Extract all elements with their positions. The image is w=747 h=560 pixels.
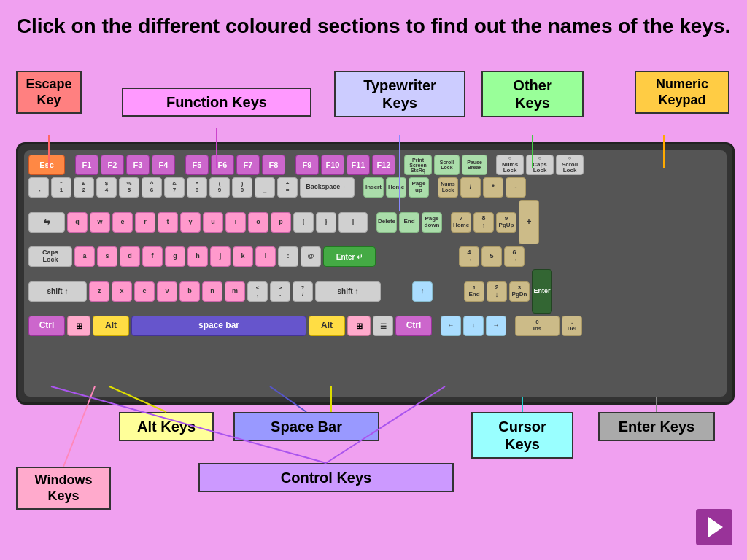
key-tab[interactable]: ⇆ (28, 212, 65, 233)
key-alt-right[interactable]: Alt (309, 316, 345, 336)
key-a[interactable]: a (74, 246, 95, 267)
key-equals[interactable]: += (277, 177, 298, 198)
key-capslock-indicator[interactable]: ○CapsLock (526, 155, 554, 175)
key-5[interactable]: ^6 (142, 177, 162, 198)
key-g[interactable]: g (165, 246, 185, 267)
key-printscreen[interactable]: PrintScreenStsRq (404, 155, 432, 175)
key-k[interactable]: k (233, 246, 253, 267)
key-rbracket[interactable]: } (316, 212, 336, 233)
label-altkeys[interactable]: Alt Keys (119, 412, 214, 441)
key-backtick[interactable]: -¬ (28, 177, 49, 198)
key-h[interactable]: h (187, 246, 208, 267)
key-s[interactable]: s (97, 246, 117, 267)
key-numsub[interactable]: - (506, 177, 526, 198)
key-i[interactable]: i (225, 212, 246, 233)
key-numplus[interactable]: + (519, 200, 539, 244)
key-pageup[interactable]: Pageup (409, 177, 429, 198)
key-home[interactable]: Home (386, 177, 406, 198)
key-l[interactable]: l (255, 246, 276, 267)
key-num4[interactable]: 4→ (459, 246, 479, 267)
key-f[interactable]: f (142, 246, 163, 267)
key-d[interactable]: d (120, 246, 140, 267)
label-enter[interactable]: Enter Keys (598, 412, 715, 441)
key-y[interactable]: y (180, 212, 201, 233)
key-numslock-indicator[interactable]: ○NumsLock (496, 155, 524, 175)
key-right[interactable]: → (486, 316, 506, 336)
key-alt-left[interactable]: Alt (93, 316, 129, 336)
key-down[interactable]: ↓ (463, 316, 484, 336)
key-f9[interactable]: F9 (295, 155, 319, 175)
key-menu[interactable]: ☰ (373, 316, 393, 336)
key-1[interactable]: "1 (51, 177, 71, 198)
key-f6[interactable]: F6 (211, 155, 234, 175)
key-e[interactable]: e (112, 212, 133, 233)
key-semicolon[interactable]: : (278, 246, 298, 267)
key-f5[interactable]: F5 (185, 155, 209, 175)
key-num0[interactable]: 0Ins (515, 316, 560, 336)
key-comma[interactable]: <, (247, 281, 268, 302)
key-insert[interactable]: Insert (363, 177, 384, 198)
key-r[interactable]: r (135, 212, 155, 233)
key-shift-left[interactable]: shift ↑ (28, 281, 87, 302)
key-3[interactable]: $4 (96, 177, 117, 198)
play-button[interactable] (696, 509, 732, 545)
key-esc[interactable]: Esc (28, 155, 65, 175)
key-v[interactable]: v (157, 281, 177, 302)
key-numenter[interactable]: Enter (532, 269, 552, 314)
key-2[interactable]: £2 (74, 177, 94, 198)
key-t[interactable]: t (158, 212, 178, 233)
key-q[interactable]: q (67, 212, 88, 233)
key-end[interactable]: End (399, 212, 419, 233)
key-9[interactable]: )0 (232, 177, 252, 198)
label-spacebar[interactable]: Space Bar (233, 412, 379, 441)
key-p[interactable]: p (271, 212, 291, 233)
key-f1[interactable]: F1 (75, 155, 98, 175)
label-numeric[interactable]: NumericKeypad (635, 71, 729, 114)
key-num1[interactable]: 1End (464, 281, 484, 302)
key-numlock[interactable]: NumsLock (438, 177, 458, 198)
key-windows-right[interactable]: ⊞ (347, 316, 371, 336)
key-backslash[interactable]: | (338, 212, 368, 233)
key-f2[interactable]: F2 (101, 155, 124, 175)
key-space[interactable]: space bar (131, 316, 306, 336)
key-num5[interactable]: 5 (481, 246, 502, 267)
key-8[interactable]: (9 (209, 177, 230, 198)
label-windows[interactable]: WindowsKeys (16, 467, 111, 510)
key-delete[interactable]: Delete (376, 212, 397, 233)
key-scrolllock-indicator[interactable]: ○ScrollLock (556, 155, 584, 175)
key-up[interactable]: ↑ (412, 281, 433, 302)
key-enter[interactable]: Enter ↵ (323, 246, 376, 267)
key-f3[interactable]: F3 (126, 155, 150, 175)
key-quote[interactable]: @ (301, 246, 321, 267)
key-scrolllock-top[interactable]: ScrollLock (434, 155, 460, 175)
key-u[interactable]: u (203, 212, 223, 233)
key-ctrl-left[interactable]: Ctrl (28, 316, 65, 336)
key-o[interactable]: o (248, 212, 268, 233)
key-minus[interactable]: -_ (255, 177, 275, 198)
key-nummul[interactable]: * (483, 177, 503, 198)
key-6[interactable]: &7 (164, 177, 185, 198)
key-lbracket[interactable]: { (293, 212, 314, 233)
key-num7[interactable]: 7Home (451, 212, 471, 233)
key-backspace[interactable]: Backspace ← (300, 177, 355, 198)
key-b[interactable]: b (179, 281, 200, 302)
key-left[interactable]: ← (441, 316, 461, 336)
key-7[interactable]: *8 (187, 177, 207, 198)
key-f11[interactable]: F11 (347, 155, 370, 175)
key-m[interactable]: m (225, 281, 245, 302)
key-w[interactable]: w (90, 212, 110, 233)
key-c[interactable]: c (134, 281, 155, 302)
key-numdel[interactable]: .Del (562, 316, 582, 336)
label-other[interactable]: OtherKeys (481, 71, 584, 117)
key-pagedown[interactable]: Pagedown (422, 212, 442, 233)
key-capslock[interactable]: CapsLock (28, 246, 72, 267)
key-slash[interactable]: ?/ (293, 281, 313, 302)
key-period[interactable]: >. (270, 281, 290, 302)
label-escape[interactable]: EscapeKey (16, 71, 82, 114)
key-num6[interactable]: 6→ (504, 246, 525, 267)
key-z[interactable]: z (89, 281, 109, 302)
label-function[interactable]: Function Keys (122, 88, 311, 117)
key-shift-right[interactable]: shift ↑ (315, 281, 381, 302)
key-f10[interactable]: F10 (321, 155, 344, 175)
label-control[interactable]: Control Keys (198, 463, 454, 492)
